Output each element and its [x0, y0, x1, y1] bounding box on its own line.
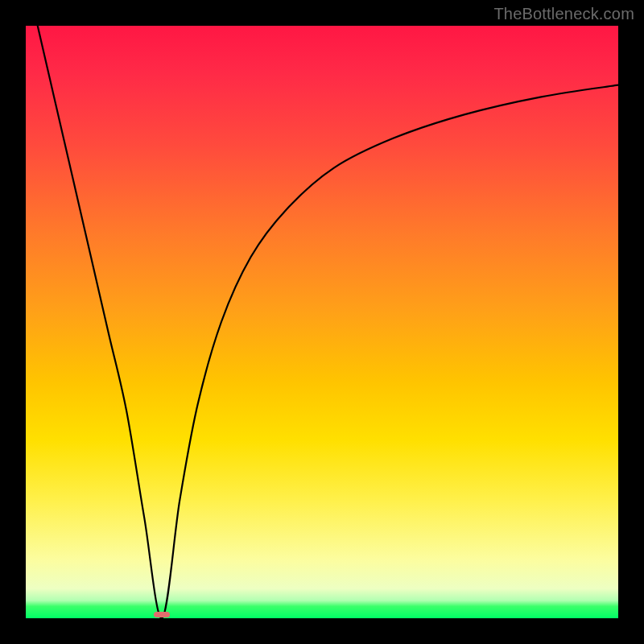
watermark-text: TheBottleneck.com	[493, 5, 634, 23]
plot-area	[26, 26, 618, 618]
curve-path	[38, 26, 618, 618]
bottleneck-curve	[26, 26, 618, 618]
chart-frame: TheBottleneck.com	[0, 0, 644, 644]
optimal-marker	[154, 612, 170, 617]
